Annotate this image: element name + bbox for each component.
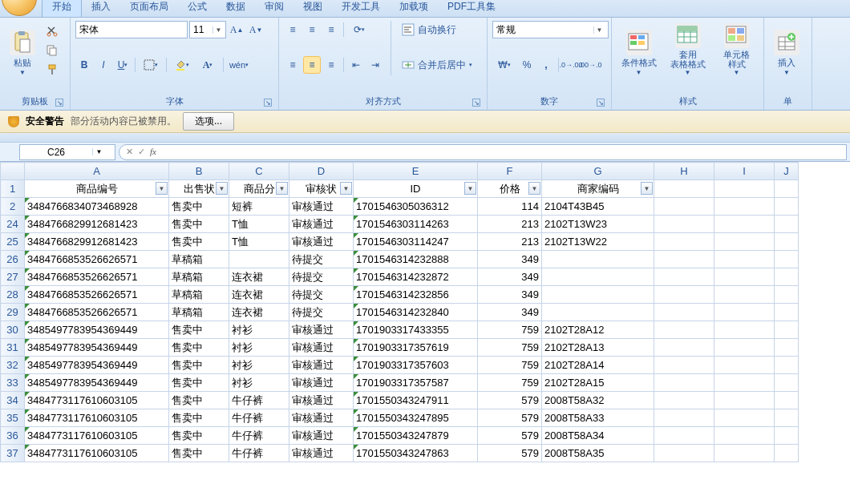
cell[interactable]: 759 [478, 357, 542, 374]
cell[interactable]: 售卖中 [169, 445, 229, 462]
italic-button[interactable]: I [95, 56, 112, 74]
cell[interactable] [775, 233, 799, 251]
increase-indent-button[interactable]: ⇥ [366, 56, 384, 74]
cell[interactable]: 衬衫 [229, 357, 289, 374]
col-header-B[interactable]: B [169, 163, 229, 180]
cell[interactable] [714, 392, 775, 409]
fx-icon[interactable]: fx [150, 147, 156, 157]
col-header-A[interactable]: A [25, 163, 169, 180]
cell[interactable]: 3484766853526626571 [25, 268, 169, 286]
chevron-down-icon[interactable]: ▼ [593, 26, 605, 34]
cell[interactable]: 349 [478, 286, 542, 304]
cell[interactable]: 1701903317357603 [354, 357, 478, 374]
col-header-F[interactable]: F [478, 163, 542, 180]
tab-pdf[interactable]: PDF工具集 [438, 0, 505, 17]
row-header[interactable]: 2 [1, 198, 25, 216]
cell[interactable]: 草稿箱 [169, 251, 229, 268]
cell[interactable] [542, 268, 654, 286]
accounting-format-button[interactable]: ₩▾ [492, 56, 516, 74]
cell[interactable] [714, 304, 775, 321]
accept-formula-icon[interactable]: ✓ [138, 147, 145, 157]
cell[interactable]: 1701546303114263 [354, 216, 478, 233]
col-header-D[interactable]: D [289, 163, 354, 180]
cell[interactable]: 连衣裙 [229, 286, 289, 304]
cell[interactable] [714, 216, 775, 233]
cell[interactable] [654, 374, 714, 392]
filter-dropdown-icon[interactable]: ▼ [216, 182, 228, 195]
cell[interactable] [714, 339, 775, 357]
cancel-formula-icon[interactable]: ✕ [126, 147, 133, 157]
cell[interactable] [229, 251, 289, 268]
spreadsheet-grid[interactable]: ABCDEFGHIJ1商品编号▼出售状▼商品分▼审核状▼ID▼价格▼商家编码▼2… [0, 162, 850, 462]
col-header-C[interactable]: C [229, 163, 289, 180]
header-cell-D[interactable]: 审核状▼ [289, 180, 354, 198]
cell[interactable]: 1701550343247911 [354, 392, 478, 409]
cell[interactable]: 2104T43B45 [542, 198, 654, 216]
filter-dropdown-icon[interactable]: ▼ [641, 182, 653, 195]
cell[interactable]: 3484766853526626571 [25, 251, 169, 268]
cell[interactable]: 售卖中 [169, 427, 229, 445]
cell[interactable] [714, 286, 775, 304]
percent-button[interactable]: % [518, 56, 536, 74]
cell[interactable] [714, 427, 775, 445]
cell[interactable]: 759 [478, 321, 542, 339]
cell[interactable]: 3484773117610603105 [25, 392, 169, 409]
cell[interactable]: 短裤 [229, 198, 289, 216]
tab-view[interactable]: 视图 [293, 0, 332, 17]
font-size-input[interactable] [190, 22, 212, 38]
border-button[interactable]: ▾ [139, 56, 163, 74]
cell[interactable]: 待提交 [289, 304, 354, 321]
increase-decimal-button[interactable]: .0→.00 [562, 56, 580, 74]
cell[interactable]: 2102T13W22 [542, 233, 654, 251]
filter-dropdown-icon[interactable]: ▼ [340, 182, 352, 195]
dialog-launcher-font[interactable] [264, 99, 272, 107]
cell[interactable] [775, 304, 799, 321]
cell[interactable]: 579 [478, 445, 542, 462]
cell[interactable]: 114 [478, 198, 542, 216]
cell[interactable]: 审核通过 [289, 392, 354, 409]
cell[interactable]: 3485497783954369449 [25, 374, 169, 392]
row-header[interactable]: 24 [1, 216, 25, 233]
cell[interactable] [775, 409, 799, 427]
cell[interactable]: 1701903317357587 [354, 374, 478, 392]
cell[interactable] [714, 374, 775, 392]
cell[interactable]: 1701550343247879 [354, 427, 478, 445]
cell[interactable]: 衬衫 [229, 374, 289, 392]
cell[interactable] [654, 198, 714, 216]
cell[interactable] [775, 216, 799, 233]
cut-button[interactable] [43, 22, 61, 40]
cell[interactable]: 连衣裙 [229, 268, 289, 286]
cell[interactable] [775, 198, 799, 216]
cell[interactable]: T恤 [229, 216, 289, 233]
cell[interactable] [775, 321, 799, 339]
dialog-launcher-clipboard[interactable] [55, 99, 63, 107]
cell[interactable] [714, 233, 775, 251]
cell[interactable]: 3484766829912681423 [25, 216, 169, 233]
header-cell-C[interactable]: 商品分▼ [229, 180, 289, 198]
align-right-button[interactable]: ≡ [322, 56, 340, 74]
cell[interactable]: 2102T28A13 [542, 339, 654, 357]
tab-formula[interactable]: 公式 [178, 0, 217, 17]
filter-dropdown-icon[interactable]: ▼ [156, 182, 168, 195]
format-table-button[interactable]: 套用 表格格式▼ [664, 21, 711, 79]
font-color-button[interactable]: A▾ [196, 56, 220, 74]
cell[interactable]: 售卖中 [169, 233, 229, 251]
row-header[interactable]: 31 [1, 339, 25, 357]
chevron-down-icon[interactable]: ▼ [92, 148, 105, 155]
cell[interactable]: 草稿箱 [169, 304, 229, 321]
cell[interactable]: 牛仔裤 [229, 445, 289, 462]
cell[interactable]: 售卖中 [169, 321, 229, 339]
cell[interactable] [775, 339, 799, 357]
cell[interactable] [654, 392, 714, 409]
font-name-combo[interactable]: ▼ [75, 21, 188, 38]
cell[interactable]: 1701546314232872 [354, 268, 478, 286]
align-center-button[interactable]: ≡ [303, 56, 321, 74]
tab-addin[interactable]: 加载项 [390, 0, 438, 17]
cell[interactable] [714, 409, 775, 427]
cell[interactable]: 1701546314232856 [354, 286, 478, 304]
cell[interactable] [542, 286, 654, 304]
cell[interactable]: 1701903317357619 [354, 339, 478, 357]
cell[interactable] [714, 357, 775, 374]
tab-dev[interactable]: 开发工具 [332, 0, 390, 17]
cell[interactable] [714, 445, 775, 462]
